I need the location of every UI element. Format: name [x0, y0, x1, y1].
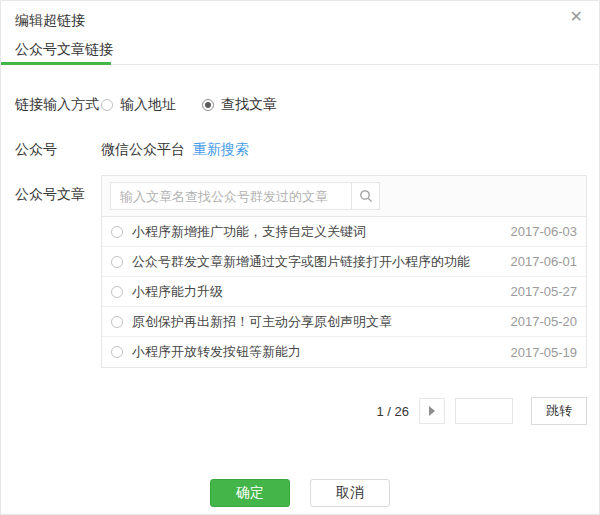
article-list-item[interactable]: 公众号群发文章新增通过文字或图片链接打开小程序的功能 2017-06-01: [102, 247, 586, 277]
article-list-item[interactable]: 小程序开放转发按钮等新能力 2017-05-19: [102, 337, 586, 367]
article-radio-icon[interactable]: [111, 316, 123, 328]
dialog-title: 编辑超链接: [15, 12, 85, 28]
next-page-button[interactable]: [419, 398, 445, 424]
pagination: 1 / 26 跳转: [101, 397, 587, 425]
radio-selected-icon[interactable]: [202, 99, 214, 111]
account-name: 微信公众平台: [101, 141, 185, 159]
article-table: 小程序新增推广功能，支持自定义关键词 2017-06-03 公众号群发文章新增通…: [101, 175, 587, 368]
page-jump-input[interactable]: [455, 398, 513, 424]
link-method-label: 链接输入方式: [15, 96, 101, 114]
search-icon: [359, 189, 373, 203]
article-search-input[interactable]: [110, 182, 352, 210]
article-list-item[interactable]: 小程序能力升级 2017-05-27: [102, 277, 586, 307]
search-button[interactable]: [352, 182, 380, 210]
account-row: 公众号 微信公众平台 重新搜索: [15, 141, 587, 159]
article-date: 2017-06-01: [511, 254, 578, 269]
article-title: 小程序能力升级: [132, 283, 499, 301]
article-date: 2017-05-20: [511, 314, 578, 329]
article-search-bar: [102, 176, 586, 217]
account-label: 公众号: [15, 141, 101, 159]
close-icon[interactable]: ✕: [570, 9, 583, 25]
article-list-item[interactable]: 小程序新增推广功能，支持自定义关键词 2017-06-03: [102, 217, 586, 247]
article-title: 小程序新增推广功能，支持自定义关键词: [132, 223, 499, 241]
article-radio-icon[interactable]: [111, 286, 123, 298]
radio-unselected-icon[interactable]: [101, 99, 113, 111]
confirm-button[interactable]: 确定: [210, 479, 290, 507]
edit-hyperlink-dialog: 编辑超链接 ✕ 公众号文章链接 链接输入方式 输入地址 查找文章 公众号 微信公…: [0, 0, 600, 515]
article-list-item[interactable]: 原创保护再出新招！可主动分享原创声明文章 2017-05-20: [102, 307, 586, 337]
article-title: 原创保护再出新招！可主动分享原创声明文章: [132, 313, 499, 331]
tab-official-article-link[interactable]: 公众号文章链接: [15, 33, 113, 59]
active-tab-underline: [1, 62, 111, 65]
article-title: 公众号群发文章新增通过文字或图片链接打开小程序的功能: [132, 253, 499, 271]
cancel-button[interactable]: 取消: [310, 479, 390, 507]
link-method-row: 链接输入方式 输入地址 查找文章: [15, 96, 587, 114]
dialog-header: 编辑超链接 ✕: [1, 1, 599, 33]
article-radio-icon[interactable]: [111, 346, 123, 358]
article-date: 2017-05-19: [511, 345, 578, 360]
article-radio-icon[interactable]: [111, 226, 123, 238]
tab-bar: 公众号文章链接: [1, 33, 599, 65]
articles-row: 公众号文章 小程序新增推广功能，支持自定: [15, 175, 587, 425]
article-date: 2017-06-03: [511, 224, 578, 239]
articles-label: 公众号文章: [15, 175, 101, 204]
article-title: 小程序开放转发按钮等新能力: [132, 343, 499, 361]
article-date: 2017-05-27: [511, 284, 578, 299]
radio-option-label: 输入地址: [120, 96, 176, 114]
article-radio-icon[interactable]: [111, 256, 123, 268]
radio-option-enter-address[interactable]: 输入地址: [101, 96, 176, 114]
jump-button[interactable]: 跳转: [531, 397, 587, 425]
articles-column: 小程序新增推广功能，支持自定义关键词 2017-06-03 公众号群发文章新增通…: [101, 175, 587, 425]
radio-option-label: 查找文章: [221, 96, 277, 114]
research-link[interactable]: 重新搜索: [193, 141, 249, 159]
link-method-options: 输入地址 查找文章: [101, 96, 277, 114]
radio-option-find-article[interactable]: 查找文章: [202, 96, 277, 114]
page-indicator: 1 / 26: [376, 404, 409, 419]
chevron-right-icon: [429, 406, 435, 416]
dialog-form: 链接输入方式 输入地址 查找文章 公众号 微信公众平台 重新搜索 公众号文章: [1, 96, 599, 425]
dialog-footer: 确定 取消: [1, 479, 599, 507]
